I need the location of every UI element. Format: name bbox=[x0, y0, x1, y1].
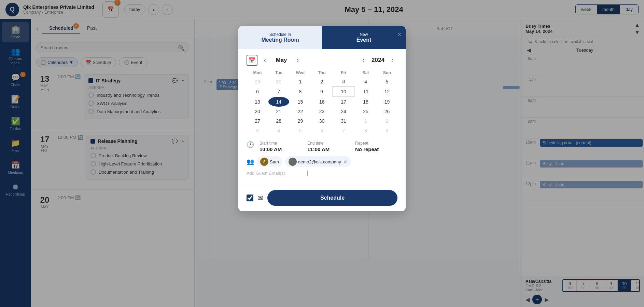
guests-icon: 👥 bbox=[247, 158, 254, 165]
cal-day-4a[interactable]: 4 bbox=[355, 77, 377, 86]
end-time-value[interactable]: 11:00 AM bbox=[307, 146, 350, 152]
email-icon: ✉ bbox=[257, 194, 263, 202]
cal-day-2b[interactable]: 2 bbox=[377, 116, 397, 126]
cal-day-5a[interactable]: 5 bbox=[377, 77, 397, 86]
cal-day-26[interactable]: 26 bbox=[377, 107, 397, 116]
cal-day-23[interactable]: 23 bbox=[311, 107, 332, 116]
col-fri: Fri bbox=[332, 69, 355, 77]
remove-guest-button[interactable]: ✕ bbox=[343, 159, 347, 164]
clock-icon: 🕐 bbox=[247, 141, 254, 148]
cal-day-12[interactable]: 12 bbox=[377, 86, 397, 97]
col-wed: Wed bbox=[289, 69, 311, 77]
cal-day-11[interactable]: 11 bbox=[355, 86, 377, 97]
modal-tab-new-event[interactable]: New Event bbox=[322, 26, 406, 49]
cal-day-28[interactable]: 28 bbox=[268, 116, 289, 126]
col-tue: Tue bbox=[268, 69, 289, 77]
cal-day-30b[interactable]: 30 bbox=[311, 116, 332, 126]
cal-day-14[interactable]: 14 bbox=[268, 97, 289, 107]
cal-day-17[interactable]: 17 bbox=[332, 97, 355, 107]
cal-day-21[interactable]: 21 bbox=[268, 107, 289, 116]
tab1-label: Schedule In bbox=[242, 32, 318, 37]
cal-day-19[interactable]: 19 bbox=[377, 97, 397, 107]
cal-day-1a[interactable]: 1 bbox=[289, 77, 311, 86]
modal-tabs: Schedule In Meeting Room New Event × bbox=[238, 26, 406, 49]
cal-day-3a[interactable]: 3 bbox=[332, 77, 355, 86]
modal-tab-meeting-room[interactable]: Schedule In Meeting Room bbox=[238, 26, 322, 49]
cal-day-8b[interactable]: 8 bbox=[355, 126, 377, 135]
guest-name-sam: Sam bbox=[270, 159, 279, 164]
prev-month-button[interactable]: ‹ bbox=[260, 55, 270, 65]
cal-day-6b[interactable]: 6 bbox=[311, 126, 332, 135]
calendar-year: 2024 bbox=[369, 57, 387, 64]
cal-day-20[interactable]: 20 bbox=[247, 107, 268, 116]
cal-day-7[interactable]: 7 bbox=[268, 86, 289, 97]
cal-day-3b[interactable]: 3 bbox=[247, 126, 268, 135]
cal-day-6[interactable]: 6 bbox=[247, 86, 268, 97]
year-nav: ‹ 2024 › bbox=[359, 55, 397, 65]
prev-year-button[interactable]: ‹ bbox=[359, 55, 368, 65]
cal-day-4b[interactable]: 4 bbox=[268, 126, 289, 135]
cal-day-8[interactable]: 8 bbox=[289, 86, 311, 97]
cal-day-27[interactable]: 27 bbox=[247, 116, 268, 126]
guest-chip-sam: S Sam bbox=[257, 156, 282, 167]
cal-day-1b[interactable]: 1 bbox=[355, 116, 377, 126]
guests-row: 👥 S Sam d demo2@qik.company ✕ | bbox=[247, 156, 397, 176]
cal-day-30a[interactable]: 30 bbox=[268, 77, 289, 86]
start-time-value[interactable]: 10:00 AM bbox=[260, 146, 302, 152]
cal-day-5b[interactable]: 5 bbox=[289, 126, 311, 135]
modal-body: 📅 ‹ May › ‹ 2024 › Mon Tue bbox=[238, 49, 406, 186]
col-thu: Thu bbox=[311, 69, 332, 77]
cal-day-10[interactable]: 10 bbox=[332, 86, 355, 97]
cal-day-25[interactable]: 25 bbox=[355, 107, 377, 116]
calendar-header-row: 📅 ‹ May › ‹ 2024 › bbox=[247, 55, 397, 66]
cal-day-9b[interactable]: 9 bbox=[377, 126, 397, 135]
tab2-label: New bbox=[326, 32, 402, 37]
cal-day-29a[interactable]: 29 bbox=[247, 77, 268, 86]
cal-day-9[interactable]: 9 bbox=[311, 86, 332, 97]
cal-day-16[interactable]: 16 bbox=[311, 97, 332, 107]
notify-checkbox[interactable] bbox=[247, 195, 253, 201]
tab1-sub: Meeting Room bbox=[242, 37, 318, 43]
next-year-button[interactable]: › bbox=[388, 55, 397, 65]
guest-avatar-demo2: d bbox=[289, 158, 297, 166]
time-repeat-row: 🕐 Start time 10:00 AM End time 11:00 AM … bbox=[247, 141, 397, 152]
schedule-meeting-modal: Schedule In Meeting Room New Event × 📅 ‹… bbox=[238, 26, 406, 211]
end-time-field: End time 11:00 AM bbox=[307, 141, 350, 152]
schedule-submit-button[interactable]: Schedule bbox=[267, 190, 397, 206]
start-time-label: Start time bbox=[260, 141, 302, 146]
guest-avatar-sam: S bbox=[260, 158, 268, 166]
tab2-sub: Event bbox=[326, 37, 402, 43]
cal-day-31[interactable]: 31 bbox=[332, 116, 355, 126]
guest-email-demo2: demo2@qik.company bbox=[298, 159, 341, 164]
month-nav: ‹ May › bbox=[260, 55, 359, 65]
cal-day-24[interactable]: 24 bbox=[332, 107, 355, 116]
guest-chip-demo2: d demo2@qik.company ✕ bbox=[285, 156, 351, 167]
cal-day-18[interactable]: 18 bbox=[355, 97, 377, 107]
cal-day-13[interactable]: 13 bbox=[247, 97, 268, 107]
calendar-month: May bbox=[271, 57, 292, 64]
cal-day-29b[interactable]: 29 bbox=[289, 116, 311, 126]
repeat-label: Repeat bbox=[355, 141, 397, 146]
col-sat: Sat bbox=[355, 69, 377, 77]
calendar-grid: Mon Tue Wed Thu Fri Sat Sun 29 30 1 2 bbox=[247, 69, 397, 135]
repeat-value[interactable]: No repeat bbox=[355, 146, 397, 152]
add-guest-input[interactable] bbox=[247, 171, 304, 176]
cal-day-22[interactable]: 22 bbox=[289, 107, 311, 116]
modal-close-button[interactable]: × bbox=[397, 30, 402, 39]
cal-day-15[interactable]: 15 bbox=[289, 97, 311, 107]
repeat-field: Repeat No repeat bbox=[355, 141, 397, 152]
next-month-button[interactable]: › bbox=[293, 55, 303, 65]
modal-overlay: Schedule In Meeting Room New Event × 📅 ‹… bbox=[0, 0, 644, 307]
cal-day-2a[interactable]: 2 bbox=[311, 77, 332, 86]
start-time-field: Start time 10:00 AM bbox=[260, 141, 302, 152]
col-sun: Sun bbox=[377, 69, 397, 77]
cursor-icon: | bbox=[307, 170, 308, 176]
end-time-label: End time bbox=[307, 141, 350, 146]
calendar-icon: 📅 bbox=[247, 55, 257, 66]
modal-footer: ✉ Schedule bbox=[238, 186, 406, 211]
col-mon: Mon bbox=[247, 69, 268, 77]
cal-day-7b[interactable]: 7 bbox=[332, 126, 355, 135]
